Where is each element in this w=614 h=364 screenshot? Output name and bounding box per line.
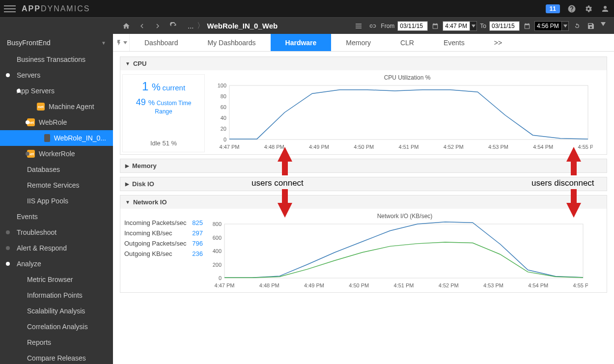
breadcrumb-ellipsis[interactable]: ... <box>188 22 194 30</box>
sidebar-app-selector[interactable]: BusyFrontEnd▼ <box>0 34 113 52</box>
cpu-panel: ▼CPU 1 % current 49 % Custom Time Range … <box>120 56 607 155</box>
calendar-icon[interactable] <box>523 22 531 30</box>
network-stats: Incoming Packets/sec825 Incoming KB/sec2… <box>122 213 205 290</box>
svg-text:4:49 PM: 4:49 PM <box>304 282 324 288</box>
sidebar-item-machine-agent[interactable]: netMachine Agent <box>0 99 113 114</box>
svg-text:4:50 PM: 4:50 PM <box>349 282 369 288</box>
tab-events[interactable]: Events <box>429 34 479 51</box>
svg-text:0: 0 <box>219 275 222 281</box>
svg-text:4:50 PM: 4:50 PM <box>354 144 374 150</box>
to-time-input[interactable] <box>534 21 562 31</box>
cpu-stat-box: 1 % current 49 % Custom Time Range Idle … <box>122 74 205 152</box>
cpu-current-label: current <box>162 84 185 92</box>
sidebar-item-metric-browser[interactable]: Metric Browser <box>0 272 113 287</box>
forward-icon[interactable] <box>152 21 163 31</box>
svg-text:4:55 PM: 4:55 PM <box>573 282 588 288</box>
svg-text:4:48 PM: 4:48 PM <box>264 144 284 150</box>
user-icon[interactable] <box>600 4 610 14</box>
app-logo: APPDYNAMICS <box>22 4 90 13</box>
expand-icon: ▶ <box>125 163 129 168</box>
gear-icon[interactable] <box>584 4 593 14</box>
svg-text:4:52 PM: 4:52 PM <box>439 282 459 288</box>
cpu-idle-label: Idle 51 % <box>128 140 199 147</box>
cpu-chart: CPU Utilization % 0204060801004:47 PM4:4… <box>210 74 605 152</box>
sidebar-item-workerrole[interactable]: netWorkerRole <box>0 146 113 162</box>
sidebar-item-databases[interactable]: Databases <box>0 162 113 177</box>
hamburger-menu[interactable] <box>4 3 16 15</box>
back-icon[interactable] <box>137 21 147 31</box>
svg-text:4:54 PM: 4:54 PM <box>528 282 548 288</box>
svg-text:4:53 PM: 4:53 PM <box>488 144 508 150</box>
tab-clr[interactable]: CLR <box>386 34 429 51</box>
sidebar-item-troubleshoot[interactable]: Troubleshoot <box>0 224 113 240</box>
network-chart-title: Network I/O (KB/sec) <box>205 213 605 220</box>
server-icon <box>44 134 50 142</box>
chevron-down-icon: ▼ <box>101 40 106 46</box>
svg-text:4:51 PM: 4:51 PM <box>394 282 414 288</box>
sidebar-item-alert-respond[interactable]: Alert & Respond <box>0 240 113 256</box>
svg-text:40: 40 <box>221 115 226 121</box>
sidebar-item-webrole[interactable]: netWebRole <box>0 114 113 130</box>
outgoing-packets-row: Outgoing Packets/sec796 <box>124 238 203 249</box>
tab-my-dashboards[interactable]: My Dashboards <box>193 34 271 51</box>
svg-text:0: 0 <box>223 137 226 142</box>
sidebar-item-servers[interactable]: Servers <box>0 67 113 83</box>
sidebar-item-business-transactions[interactable]: Business Transactions <box>0 52 113 67</box>
sidebar-item-compare-releases[interactable]: Compare Releases <box>0 350 113 364</box>
tab-more[interactable]: >> <box>479 34 517 51</box>
sidebar-item-events[interactable]: Events <box>0 209 113 224</box>
svg-text:80: 80 <box>221 93 226 99</box>
link-icon[interactable] <box>367 21 378 31</box>
refresh-icon[interactable] <box>168 21 179 31</box>
cpu-current-value: 1 % <box>142 80 161 93</box>
sidebar-item-reports[interactable]: Reports <box>0 335 113 350</box>
sidebar-item-iis-app-pools[interactable]: IIS App Pools <box>0 193 113 209</box>
home-icon[interactable] <box>121 21 132 31</box>
calendar-icon[interactable] <box>431 22 440 30</box>
sidebar-item-analyze[interactable]: Analyze <box>0 256 113 272</box>
svg-text:4:51 PM: 4:51 PM <box>399 144 419 150</box>
memory-panel: ▶Memory <box>120 159 607 173</box>
toolbar: ... 〉 WebRole_IN_0_Web From To <box>0 17 614 34</box>
breadcrumb: ... 〉 WebRole_IN_0_Web <box>188 21 278 30</box>
cpu-panel-header[interactable]: ▼CPU <box>120 57 607 70</box>
disk-panel-header[interactable]: ▶Disk IO <box>120 177 607 191</box>
memory-panel-header[interactable]: ▶Memory <box>120 159 607 172</box>
sidebar-item-app-servers[interactable]: App Servers <box>0 83 113 99</box>
svg-text:4:47 PM: 4:47 PM <box>220 144 240 150</box>
svg-text:4:48 PM: 4:48 PM <box>259 282 279 288</box>
cpu-chart-title: CPU Utilization % <box>210 74 605 81</box>
svg-text:4:52 PM: 4:52 PM <box>444 144 464 150</box>
svg-text:100: 100 <box>218 83 226 88</box>
net-icon: net <box>37 103 45 111</box>
network-panel-header[interactable]: ▼Network IO <box>120 196 607 209</box>
cpu-range-label: Custom Time Range <box>155 100 191 115</box>
chevron-down-icon[interactable] <box>599 21 610 31</box>
save-icon[interactable] <box>586 21 596 31</box>
from-time-input[interactable] <box>443 21 470 31</box>
svg-text:20: 20 <box>221 126 226 132</box>
page-title: WebRole_IN_0_Web <box>207 22 278 30</box>
network-chart: Network I/O (KB/sec) 02004006008004:47 P… <box>205 213 605 290</box>
tab-memory[interactable]: Memory <box>331 34 386 51</box>
lightning-icon[interactable] <box>113 34 130 51</box>
sidebar-item-correlation-analysis[interactable]: Correlation Analysis <box>0 319 113 335</box>
help-icon[interactable] <box>567 4 577 14</box>
list-icon[interactable] <box>353 21 364 31</box>
sidebar-item-scalability-analysis[interactable]: Scalability Analysis <box>0 303 113 319</box>
sidebar-item-webrole-instance[interactable]: WebRole_IN_0... <box>0 130 113 146</box>
notification-badge[interactable]: 11 <box>546 4 560 13</box>
collapse-icon: ▼ <box>125 199 130 205</box>
from-date-input[interactable] <box>397 21 428 31</box>
tab-hardware[interactable]: Hardware <box>271 34 332 51</box>
tab-dashboard[interactable]: Dashboard <box>130 34 193 51</box>
sidebar-item-remote-services[interactable]: Remote Services <box>0 177 113 193</box>
sidebar-item-information-points[interactable]: Information Points <box>0 287 113 303</box>
top-bar: APPDYNAMICS 11 <box>0 0 614 17</box>
reload-icon[interactable] <box>572 21 583 31</box>
to-time-dropdown[interactable] <box>562 21 569 31</box>
svg-text:200: 200 <box>213 262 222 268</box>
sidebar: BusyFrontEnd▼ Business Transactions Serv… <box>0 34 113 364</box>
from-time-dropdown[interactable] <box>470 21 477 31</box>
to-date-input[interactable] <box>489 21 520 31</box>
